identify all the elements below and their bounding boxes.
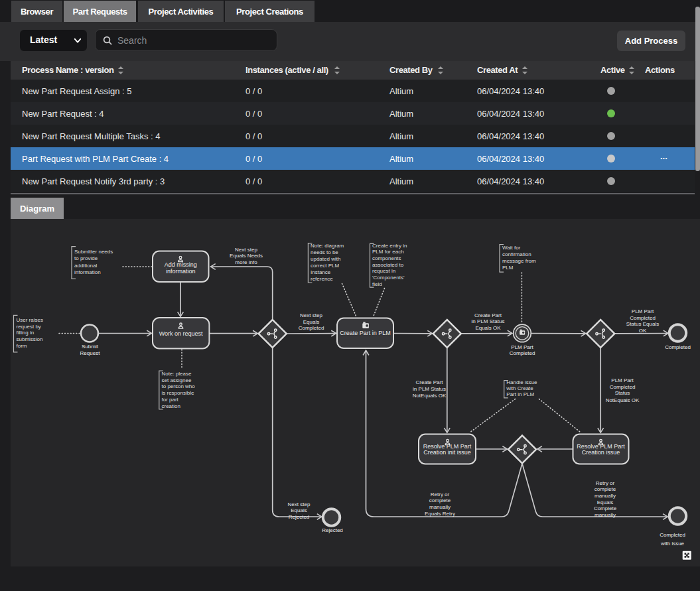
svg-text:PLM: PLM [502,265,514,271]
svg-text:manually: manually [595,493,616,499]
svg-text:Equals Retry: Equals Retry [425,511,455,517]
svg-text:Completed: Completed [665,344,691,350]
svg-text:reference: reference [311,276,333,282]
svg-text:Next step: Next step [235,247,257,253]
svg-text:PLM Part: PLM Part [611,377,634,383]
svg-text:Completed: Completed [299,325,324,331]
svg-text:Submit: Submit [82,344,99,350]
svg-text:Equals Needs: Equals Needs [230,253,263,259]
svg-text:to person who: to person who [162,383,196,389]
svg-text:filling in: filling in [17,330,35,336]
svg-text:Work on request: Work on request [159,330,203,337]
svg-text:manually: manually [429,504,451,510]
svg-text:Handle issue: Handle issue [506,379,537,385]
svg-text:Part in PLM: Part in PLM [506,391,534,397]
svg-text:Note: please: Note: please [162,371,192,377]
svg-text:Add missing: Add missing [165,261,197,268]
svg-text:Completed: Completed [510,350,535,356]
svg-text:correct PLM: correct PLM [311,263,339,269]
svg-text:Retry or: Retry or [431,492,450,497]
svg-text:Completed: Completed [630,315,656,321]
svg-text:set assignee: set assignee [162,377,192,383]
svg-text:Complete: Complete [594,505,617,511]
svg-text:request in: request in [372,268,395,274]
svg-text:Creation issue: Creation issue [582,449,620,456]
svg-text:Equals: Equals [291,507,307,513]
svg-text:needs to be: needs to be [311,249,338,255]
svg-text:form: form [17,343,27,349]
svg-text:complete: complete [429,497,451,503]
svg-text:Create Part: Create Part [416,379,444,385]
svg-text:NotEquals OK: NotEquals OK [606,397,640,403]
svg-text:complete: complete [595,486,616,492]
svg-text:updated with: updated with [311,256,340,262]
svg-text:PLM Part: PLM Part [632,308,654,314]
svg-text:additional: additional [74,263,97,269]
svg-text:Create entry in: Create entry in [372,243,407,249]
svg-text:Completed: Completed [660,532,685,538]
svg-text:Retry or: Retry or [596,480,615,486]
svg-text:Wait for: Wait for [502,245,521,251]
svg-text:User raises: User raises [17,317,43,323]
svg-text:in PLM Status: in PLM Status [472,318,505,324]
svg-text:Status: Status [615,390,630,396]
svg-text:Submitter needs: Submitter needs [74,249,113,255]
svg-text:components: components [372,255,401,261]
svg-text:with Create: with Create [506,385,533,391]
svg-text:is responsible: is responsible [162,390,194,396]
svg-text:for part: for part [162,397,179,403]
svg-text:Resolve PLM Part: Resolve PLM Part [423,443,472,450]
svg-text:submission: submission [17,336,43,342]
svg-text:Next step: Next step [300,312,322,318]
svg-text:OK: OK [639,328,647,334]
svg-text:Equals: Equals [597,499,613,505]
svg-text:PLM Part: PLM Part [511,344,533,350]
svg-text:Equals: Equals [303,319,319,325]
svg-text:Next step: Next step [288,501,311,507]
svg-text:NotEquals OK: NotEquals OK [413,393,447,399]
svg-text:creation: creation [162,403,180,409]
svg-text:Rejected: Rejected [289,514,310,520]
svg-text:Instance: Instance [311,269,331,275]
svg-text:associated to: associated to [372,262,404,268]
svg-text:Request: Request [80,350,101,356]
svg-text:request by: request by [17,324,41,330]
svg-text:information: information [74,269,101,275]
svg-text:Equals OK: Equals OK [475,325,501,331]
svg-text:information: information [166,268,196,275]
svg-text:Creation init issue: Creation init issue [423,449,471,456]
svg-text:PLM for each: PLM for each [372,249,404,255]
svg-text:Create Part: Create Part [474,312,502,318]
svg-text:field: field [372,281,382,287]
svg-text:Completed: Completed [610,384,636,390]
svg-text:in PLM Status: in PLM Status [413,386,446,392]
svg-text:'Components': 'Components' [372,275,405,281]
svg-text:Create Part in PLM: Create Part in PLM [340,330,391,336]
svg-text:more info: more info [235,259,257,265]
svg-text:message from: message from [502,258,536,264]
svg-text:manually: manually [595,512,616,518]
svg-text:confirmation: confirmation [502,251,531,257]
svg-text:to provide: to provide [74,255,98,261]
svg-text:with issue: with issue [660,541,685,547]
svg-text:Status Equals: Status Equals [626,321,659,327]
svg-text:Resolve PLM Part: Resolve PLM Part [577,443,625,450]
svg-text:Rejected: Rejected [322,527,343,533]
svg-text:Note: diagram: Note: diagram [311,243,344,249]
